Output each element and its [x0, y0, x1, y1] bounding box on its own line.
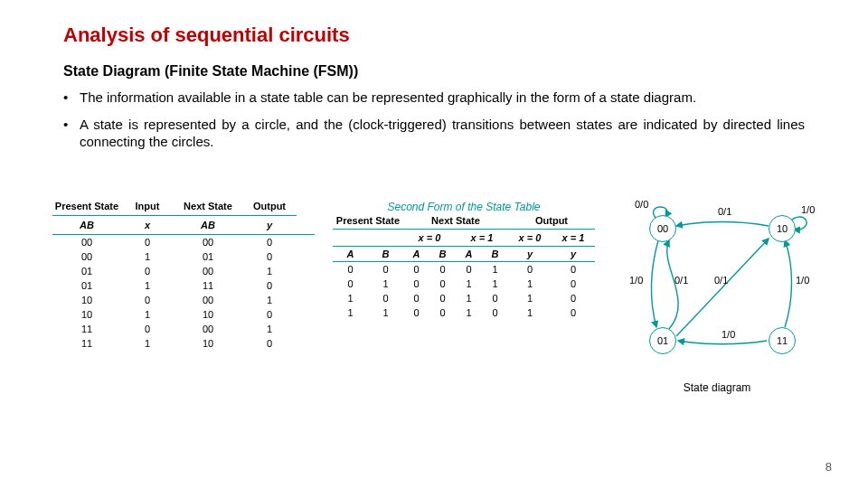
t2-ps-B: B — [368, 249, 403, 259]
t2-out-x0: x = 0 — [508, 232, 552, 243]
t2-ns-x0: x = 0 — [403, 232, 456, 243]
state-diagram-svg — [604, 201, 830, 381]
state-10: 10 — [769, 215, 796, 242]
table-row: 11001010 — [333, 305, 595, 320]
state-11: 11 — [769, 327, 796, 354]
slide: Analysis of sequential circuits State Di… — [0, 0, 868, 488]
t2-h-next: Next State — [403, 215, 508, 230]
t1-h-input: Input — [121, 201, 174, 216]
table-row: 101100 — [52, 307, 315, 322]
edge-10-00: 0/1 — [718, 206, 731, 217]
t1-sub-y: y — [267, 220, 272, 230]
t2-out-x1: x = 1 — [552, 232, 595, 243]
edge-11-10: 1/0 — [796, 275, 809, 286]
t1-h-present: Present State — [52, 201, 121, 216]
bullet-2: A state is represented by a circle, and … — [63, 116, 805, 151]
state-01: 01 — [649, 327, 676, 354]
table-row: 00000100 — [333, 262, 595, 277]
table-row: 01001110 — [333, 277, 595, 291]
table-row: 000000 — [52, 235, 315, 249]
edge-00-01: 1/0 — [629, 275, 643, 286]
state-table-compact: Present State Next State Output x = 0x =… — [333, 215, 595, 320]
t2-title: Second Form of the State Table — [333, 201, 595, 213]
bullet-1: The information available in a state tab… — [63, 89, 805, 107]
state-diagram-caption: State diagram — [604, 381, 830, 394]
t2-ps-A: A — [333, 249, 368, 259]
t1-h-next: Next State — [174, 201, 242, 216]
table-row: 001010 — [52, 249, 315, 264]
edge-01-00: 0/1 — [675, 275, 688, 286]
table-row: 011110 — [52, 278, 315, 293]
bullet-list: The information available in a state tab… — [63, 89, 805, 151]
edge-00-self: 0/0 — [635, 199, 648, 210]
table-row: 10001010 — [333, 291, 595, 305]
table-row: 111100 — [52, 336, 315, 351]
t1-sub-B: B — [87, 220, 94, 230]
page-number: 8 — [826, 460, 832, 474]
state-diagram: 00 10 01 11 0/0 0/1 1/0 1/0 0/1 0/1 1/0 … — [604, 201, 830, 390]
state-00: 00 — [649, 215, 676, 242]
edge-01-11: 0/1 — [714, 275, 728, 286]
slide-title: Analysis of sequential circuits — [63, 23, 805, 47]
t1-sub-nA: A — [201, 220, 208, 230]
subtitle: State Diagram (Finite State Machine (FSM… — [63, 63, 805, 80]
t1-sub-nB: B — [208, 220, 215, 230]
table-row: 100001 — [52, 293, 315, 307]
table-row: 110001 — [52, 322, 315, 336]
edge-10-self: 1/0 — [801, 204, 815, 215]
t1-sub-x: x — [145, 220, 150, 230]
edge-11-01: 1/0 — [722, 329, 735, 340]
t1-sub-A: A — [80, 220, 87, 230]
t2-h-output: Output — [508, 215, 595, 230]
table-row: 010001 — [52, 264, 315, 278]
state-table-long: Present State Input Next State Output AB… — [52, 201, 315, 351]
t1-h-output: Output — [242, 201, 297, 216]
figures-row: Present State Input Next State Output AB… — [52, 201, 841, 390]
state-table-compact-wrap: Second Form of the State Table Present S… — [333, 201, 595, 320]
t2-ns-x1: x = 1 — [456, 232, 508, 243]
t2-h-present: Present State — [333, 215, 403, 230]
